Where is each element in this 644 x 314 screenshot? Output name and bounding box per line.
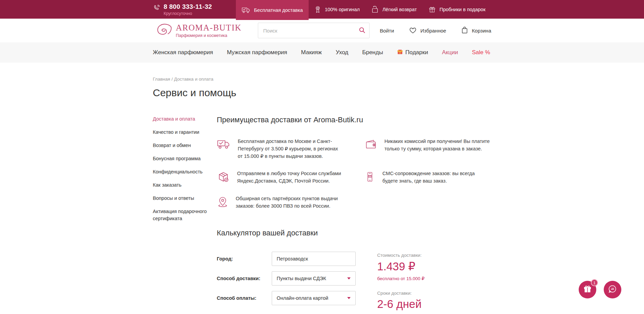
wallet-icon (365, 139, 377, 151)
city-input[interactable] (272, 252, 356, 266)
payment-method-value: Онлайн-оплата картой (277, 295, 329, 301)
page-title: Сервис и помощь (153, 87, 491, 99)
benefit-easy-return[interactable]: Лёгкий возврат (365, 0, 423, 19)
advantage-text: Обширная сеть партнёрских пунктов выдачи… (236, 195, 343, 210)
favorites-button[interactable]: Избранное (409, 26, 446, 35)
nav-item-men-perfume[interactable]: Мужская парфюмерия (227, 49, 287, 56)
phone-note: Круглосуточно (164, 11, 212, 16)
return-box-icon (371, 6, 379, 13)
cart-button[interactable]: Корзина (461, 26, 491, 35)
topbar: 8 800 333-11-32 Круглосуточно Бесплатная… (0, 0, 644, 19)
breadcrumb-home-link[interactable]: Главная (153, 77, 170, 82)
breadcrumb: Главная / Доставка и оплата (153, 77, 491, 82)
advantage-pickup-points: Обширная сеть партнёрских пунктов выдачи… (217, 195, 343, 210)
login-button[interactable]: Войти (380, 28, 394, 34)
nav-item-brands[interactable]: Бренды (362, 49, 383, 56)
phone-icon (153, 4, 160, 13)
nav-item-makeup[interactable]: Макияж (301, 49, 322, 56)
favorites-label: Избранное (420, 28, 446, 34)
gift-emoji-icon (397, 49, 403, 57)
delivery-truck-icon (242, 6, 250, 14)
cart-label: Корзина (472, 28, 491, 34)
search-icon[interactable] (358, 26, 366, 35)
nav-item-promos[interactable]: Акции (442, 49, 458, 56)
nav-item-care[interactable]: Уход (336, 49, 348, 56)
gift-icon (428, 6, 436, 13)
header: AROMA-BUTIK Парфюмерия и косметика Войти (0, 19, 644, 42)
calculator-form: Город: Способ доставки: Пункты выдачи СД… (217, 252, 356, 314)
delivery-cost-label: Стоимость доставки: (377, 253, 465, 258)
advantage-free-delivery: Бесплатная доставка по Москве и Санкт-Пе… (217, 138, 343, 160)
chat-icon (608, 284, 617, 295)
calculator-result: Стоимость доставки: 1.439 ₽ бесплатно от… (377, 252, 465, 314)
advantage-no-commission: Никаких комиссий при получении! Вы плати… (365, 138, 491, 160)
header-actions: Войти Избранное Корзина (380, 26, 491, 35)
advantage-shipping-services: Отправляем в любую точку России службами… (217, 170, 343, 185)
page-content: Главная / Доставка и оплата Сервис и пом… (153, 77, 491, 314)
chevron-down-icon (347, 297, 351, 299)
nav-item-women-perfume[interactable]: Женская парфюмерия (153, 49, 213, 56)
breadcrumb-current: Доставка и оплата (174, 77, 213, 82)
sidebar: Доставка и оплата Качество и гарантии Во… (153, 116, 217, 228)
advantages-grid: Бесплатная доставка по Москве и Санкт-Пе… (217, 138, 491, 210)
benefit-label: Лёгкий возврат (382, 7, 417, 12)
advantage-text: Бесплатная доставка по Москве и Санкт-Пе… (238, 138, 343, 160)
logo-subtitle: Парфюмерия и косметика (176, 33, 242, 38)
delivery-calculator: Город: Способ доставки: Пункты выдачи СД… (217, 252, 491, 314)
chat-button[interactable] (604, 281, 621, 298)
package-check-icon (217, 171, 230, 184)
medal-icon (314, 6, 321, 13)
logo-title: AROMA-BUTIK (176, 23, 242, 32)
sidebar-item-quality[interactable]: Качество и гарантии (153, 129, 207, 136)
advantage-text: Отправляем в любую точку России службами… (237, 170, 343, 185)
phone-number: 8 800 333-11-32 (164, 3, 212, 11)
search-input[interactable] (258, 23, 370, 38)
sidebar-item-faq[interactable]: Вопросы и ответы (153, 195, 207, 202)
logo-swirl-icon (153, 22, 173, 39)
main-section: Преимущества доставки от Aroma-Butik.ru … (217, 116, 491, 314)
delivery-method-label: Способ доставки: (217, 276, 272, 281)
free-delivery-note: бесплатно от 15.000 ₽ (377, 276, 465, 281)
location-pin-icon (217, 196, 228, 209)
advantage-text: СМС-сопровождение заказов: вы всегда буд… (382, 170, 491, 185)
sidebar-item-how-to-order[interactable]: Как заказать (153, 182, 207, 189)
gift-badge: 1 (591, 279, 598, 286)
benefit-label: Пробники в подарок (440, 7, 486, 12)
login-label: Войти (380, 28, 394, 34)
bag-icon (461, 26, 468, 35)
delivery-truck-icon (217, 139, 230, 151)
gift-promo-button[interactable]: 1 (579, 281, 596, 298)
delivery-method-value: Пункты выдачи СДЭК (277, 276, 326, 281)
sms-phone-icon (365, 171, 375, 184)
delivery-method-select[interactable]: Пункты выдачи СДЭК (272, 271, 356, 286)
delivery-time-label: Сроки доставки: (377, 291, 465, 296)
benefit-label: Бесплатная доставка (254, 7, 303, 13)
sidebar-item-privacy[interactable]: Конфиденциальность (153, 168, 207, 175)
topbar-benefits: Бесплатная доставка 100% оригинал (236, 0, 491, 19)
payment-method-select[interactable]: Онлайн-оплата картой (272, 291, 356, 305)
city-label: Город: (217, 256, 272, 261)
searchbox (258, 23, 370, 38)
main-nav: Женская парфюмерия Мужская парфюмерия Ма… (0, 42, 644, 63)
advantage-text: Никаких комиссий при получении! Вы плати… (384, 138, 491, 153)
chevron-down-icon (347, 277, 351, 279)
phone-block[interactable]: 8 800 333-11-32 Круглосуточно (153, 3, 212, 16)
advantages-title: Преимущества доставки от Aroma-Butik.ru (217, 116, 491, 124)
benefit-label: 100% оригинал (325, 7, 360, 12)
sidebar-item-returns[interactable]: Возврат и обмен (153, 142, 207, 149)
advantage-sms-tracking: СМС-сопровождение заказов: вы всегда буд… (365, 170, 491, 185)
calculator-title: Калькулятор вашей доставки (217, 229, 491, 237)
heart-icon (409, 26, 417, 35)
gift-icon (583, 285, 592, 295)
sidebar-item-delivery[interactable]: Доставка и оплата (153, 116, 207, 123)
benefit-original[interactable]: 100% оригинал (309, 0, 365, 19)
nav-item-sale[interactable]: Sale % (472, 49, 490, 56)
benefit-samples[interactable]: Пробники в подарок (423, 0, 491, 19)
benefit-free-delivery[interactable]: Бесплатная доставка (236, 0, 309, 20)
logo[interactable]: AROMA-BUTIK Парфюмерия и косметика (153, 22, 242, 39)
nav-item-gifts[interactable]: Подарки (397, 49, 428, 57)
delivery-cost-value: 1.439 ₽ (377, 260, 465, 273)
sidebar-item-certificate[interactable]: Активация подарочного сертификата (153, 208, 207, 222)
delivery-time-value: 2-6 дней (377, 298, 465, 311)
sidebar-item-bonus[interactable]: Бонусная программа (153, 155, 207, 162)
